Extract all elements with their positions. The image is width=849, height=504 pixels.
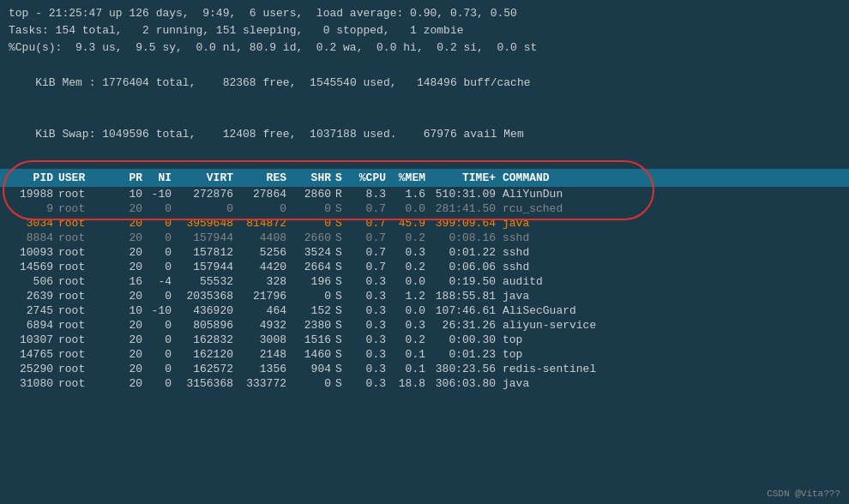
- cell-shr: 1460: [286, 348, 331, 361]
- table-row: 31080 root 20 0 3156368 333772 0 S 0.3 1…: [0, 376, 849, 391]
- cell-pid: 2639: [9, 290, 53, 303]
- table-row: 19988 root 10 -10 272876 27864 2860 R 8.…: [0, 187, 849, 201]
- table-row: 6894 root 20 0 805896 4932 2380 S 0.3 0.…: [0, 318, 849, 333]
- cell-cmd: redis-sentinel: [496, 363, 840, 375]
- cell-s: S: [331, 202, 346, 215]
- cell-time: 0:01.23: [425, 348, 496, 361]
- cell-virt: 3959648: [172, 217, 233, 230]
- cell-virt: 162832: [172, 333, 233, 346]
- cell-cmd: java: [496, 377, 840, 390]
- cell-cpu: 0.7: [346, 231, 386, 244]
- cell-ni: 0: [142, 246, 172, 259]
- cell-pid: 3034: [9, 217, 53, 230]
- table-row: 9 root 20 0 0 0 0 S 0.7 0.0 281:41.50 rc…: [0, 201, 849, 216]
- cell-mem: 0.2: [386, 231, 425, 244]
- header-line2: Tasks: 154 total, 2 running, 151 sleepin…: [9, 22, 840, 39]
- cell-s: S: [331, 377, 346, 390]
- cell-time: 0:01.22: [425, 246, 496, 259]
- cell-res: 21796: [233, 290, 286, 303]
- cell-pid: 6894: [9, 319, 53, 332]
- table-row: 25290 root 20 0 162572 1356 904 S 0.3 0.…: [0, 362, 849, 376]
- table-row: 3034 root 20 0 3959648 814872 0 S 0.7 45…: [0, 216, 849, 231]
- header-line1: top - 21:25:47 up 126 days, 9:49, 6 user…: [9, 5, 840, 22]
- table-body: 19988 root 10 -10 272876 27864 2860 R 8.…: [0, 187, 849, 391]
- cell-virt: 436920: [172, 304, 233, 317]
- cell-virt: 162120: [172, 348, 233, 361]
- cell-pid: 10307: [9, 333, 53, 346]
- table-row: 10307 root 20 0 162832 3008 1516 S 0.3 0…: [0, 333, 849, 347]
- col-header-cpu: %CPU: [346, 171, 386, 184]
- cell-cpu: 8.3: [346, 188, 386, 201]
- cell-cmd: top: [496, 333, 840, 346]
- cell-time: 306:03.80: [425, 377, 496, 390]
- col-header-pr: PR: [113, 171, 142, 184]
- cell-mem: 18.8: [386, 377, 425, 390]
- cell-cpu: 0.3: [346, 333, 386, 346]
- cell-mem: 0.2: [386, 261, 425, 273]
- cell-ni: 0: [142, 319, 172, 332]
- cell-res: 4408: [233, 231, 286, 244]
- cell-s: S: [331, 348, 346, 361]
- cell-virt: 157944: [172, 261, 233, 273]
- col-header-user: USER: [53, 171, 113, 184]
- cell-cpu: 0.7: [346, 202, 386, 215]
- cell-user: root: [53, 246, 113, 259]
- cell-user: root: [53, 261, 113, 273]
- cell-ni: 0: [142, 261, 172, 273]
- cell-cmd: top: [496, 348, 840, 361]
- cell-cpu: 0.3: [346, 319, 386, 332]
- cell-ni: 0: [142, 348, 172, 361]
- cell-pr: 20: [113, 246, 142, 259]
- table-row: 10093 root 20 0 157812 5256 3524 S 0.7 0…: [0, 245, 849, 260]
- table-row: 2639 root 20 0 2035368 21796 0 S 0.3 1.2…: [0, 289, 849, 303]
- cell-s: R: [331, 188, 346, 201]
- cell-res: 333772: [233, 377, 286, 390]
- cell-res: 1356: [233, 363, 286, 375]
- cell-pr: 20: [113, 319, 142, 332]
- cell-time: 188:55.81: [425, 290, 496, 303]
- cell-shr: 0: [286, 202, 331, 215]
- cell-s: S: [331, 290, 346, 303]
- table-row: 506 root 16 -4 55532 328 196 S 0.3 0.0 0…: [0, 274, 849, 289]
- cell-mem: 0.0: [386, 275, 425, 288]
- cell-ni: 0: [142, 231, 172, 244]
- cell-pr: 20: [113, 202, 142, 215]
- cell-time: 281:41.50: [425, 202, 496, 215]
- cell-virt: 2035368: [172, 290, 233, 303]
- cell-user: root: [53, 319, 113, 332]
- cell-cmd: auditd: [496, 275, 840, 288]
- cell-shr: 2380: [286, 319, 331, 332]
- table-row: 8884 root 20 0 157944 4408 2660 S 0.7 0.…: [0, 231, 849, 245]
- cell-time: 107:46.61: [425, 304, 496, 317]
- cell-user: root: [53, 202, 113, 215]
- cell-mem: 1.6: [386, 188, 425, 201]
- cell-pid: 19988: [9, 188, 53, 201]
- swap-label: KiB Swap:: [35, 128, 95, 141]
- watermark: CSDN @Vita???: [767, 489, 840, 499]
- cell-shr: 3524: [286, 246, 331, 259]
- cell-res: 3008: [233, 333, 286, 346]
- cell-mem: 0.0: [386, 202, 425, 215]
- header-line5: KiB Swap: 1049596 total, 12408 free, 103…: [9, 109, 840, 160]
- cell-pr: 20: [113, 348, 142, 361]
- cell-mem: 0.1: [386, 348, 425, 361]
- cell-s: S: [331, 275, 346, 288]
- header-line4: KiB Mem : 1776404 total, 82368 free, 154…: [9, 57, 840, 108]
- col-header-res: RES: [233, 171, 286, 184]
- cell-pr: 10: [113, 304, 142, 317]
- table-row: 2745 root 10 -10 436920 464 152 S 0.3 0.…: [0, 303, 849, 318]
- cell-virt: 0: [172, 202, 233, 215]
- cell-mem: 0.3: [386, 319, 425, 332]
- cell-s: S: [331, 217, 346, 230]
- cell-cpu: 0.3: [346, 363, 386, 375]
- cell-res: 27864: [233, 188, 286, 201]
- cell-shr: 0: [286, 217, 331, 230]
- cell-mem: 0.0: [386, 304, 425, 317]
- cell-virt: 157812: [172, 246, 233, 259]
- cell-shr: 1516: [286, 333, 331, 346]
- cell-pid: 10093: [9, 246, 53, 259]
- cell-cmd: aliyun-service: [496, 319, 840, 332]
- table-row: 14765 root 20 0 162120 2148 1460 S 0.3 0…: [0, 347, 849, 362]
- cell-cpu: 0.7: [346, 217, 386, 230]
- cell-user: root: [53, 348, 113, 361]
